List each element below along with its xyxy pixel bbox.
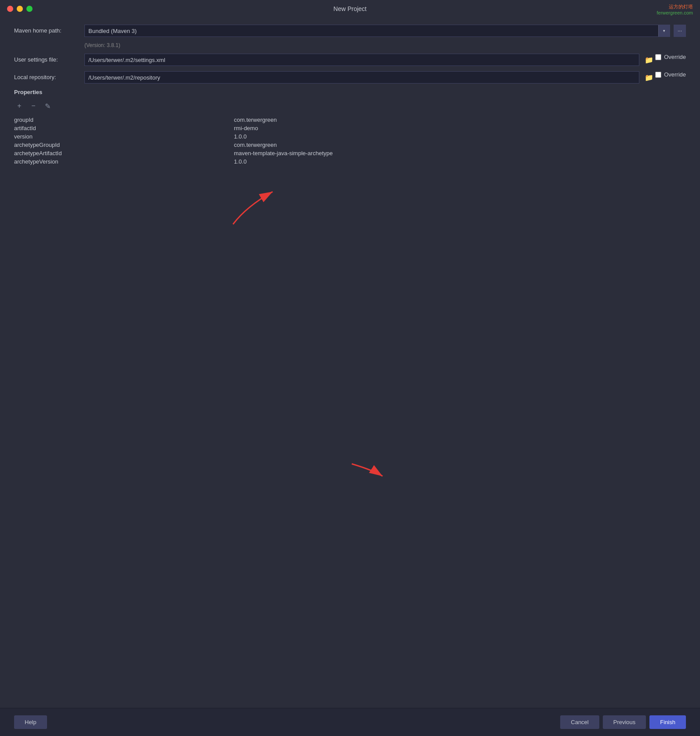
prop-key-archetype-artifactid: archetypeArtifactId [14, 150, 234, 157]
local-repo-label: Local repository: [14, 71, 84, 80]
remove-property-btn[interactable]: − [28, 101, 39, 111]
help-button[interactable]: Help [14, 715, 47, 729]
watermark-line2: ferwergreen.com [656, 10, 693, 15]
user-settings-input-container: 📁 [84, 54, 655, 66]
action-buttons: Cancel Previous Finish [560, 715, 686, 729]
local-repo-override-checkbox[interactable] [655, 72, 661, 78]
local-repo-folder-btn[interactable]: 📁 [643, 73, 655, 82]
prop-value-archetype-groupid: com.terwergreen [234, 142, 277, 148]
local-repo-override-label: Override [664, 71, 686, 78]
table-row: archetypeVersion 1.0.0 [14, 158, 686, 165]
local-repo-row: Local repository: 📁 Override [14, 71, 686, 84]
prop-value-groupid: com.terwergreen [234, 117, 277, 123]
properties-section-title: Properties [14, 89, 686, 95]
title-bar: New Project 运方的灯塔 ferwergreen.com [0, 0, 700, 18]
maven-version-text: (Version: 3.8.1) [84, 42, 686, 48]
local-repo-override: Override [655, 71, 686, 78]
table-row: artifactId rmi-demo [14, 125, 686, 131]
watermark: 运方的灯塔 ferwergreen.com [656, 4, 693, 15]
user-settings-label: User settings file: [14, 54, 84, 63]
maven-home-value: Bundled (Maven 3) [85, 26, 658, 36]
traffic-lights [7, 6, 33, 12]
cancel-button[interactable]: Cancel [560, 715, 599, 729]
close-button[interactable] [7, 6, 13, 12]
prop-key-archetype-groupid: archetypeGroupId [14, 142, 234, 148]
user-settings-input[interactable] [84, 54, 639, 66]
maven-home-label: Maven home path: [14, 25, 84, 34]
prop-value-artifactid: rmi-demo [234, 125, 258, 131]
bottom-bar: Help Cancel Previous Finish [0, 708, 700, 736]
prop-key-artifactid: artifactId [14, 125, 234, 131]
local-repo-input-container: 📁 [84, 71, 655, 84]
finish-button[interactable]: Finish [649, 715, 686, 729]
maximize-button[interactable] [26, 6, 33, 12]
window-title: New Project [333, 5, 366, 12]
watermark-line1: 运方的灯塔 [656, 4, 693, 10]
prop-key-version: version [14, 133, 234, 140]
main-content: Maven home path: Bundled (Maven 3) ▾ ···… [0, 18, 700, 174]
local-repo-input[interactable] [84, 71, 639, 84]
table-row: archetypeGroupId com.terwergreen [14, 142, 686, 148]
table-row: archetypeArtifactId maven-template-java-… [14, 150, 686, 157]
user-settings-override-label: Override [664, 54, 686, 60]
user-settings-override-checkbox[interactable] [655, 54, 661, 60]
prop-value-archetype-artifactid: maven-template-java-simple-archetype [234, 150, 333, 157]
user-settings-row: User settings file: 📁 Override [14, 54, 686, 66]
minimize-button[interactable] [17, 6, 23, 12]
prop-value-archetype-version: 1.0.0 [234, 158, 247, 165]
edit-property-btn[interactable]: ✎ [42, 101, 53, 111]
properties-table: groupId com.terwergreen artifactId rmi-d… [14, 117, 686, 165]
properties-toolbar: + − ✎ [14, 101, 686, 111]
table-row: version 1.0.0 [14, 133, 686, 140]
table-row: groupId com.terwergreen [14, 117, 686, 123]
user-settings-folder-btn[interactable]: 📁 [643, 56, 655, 64]
maven-home-row: Maven home path: Bundled (Maven 3) ▾ ··· [14, 25, 686, 37]
maven-home-input-container: Bundled (Maven 3) ▾ ··· [84, 25, 686, 37]
maven-home-dropdown-btn[interactable]: ▾ [658, 25, 670, 36]
prop-value-version: 1.0.0 [234, 133, 247, 140]
prop-key-groupid: groupId [14, 117, 234, 123]
maven-home-input-wrapper[interactable]: Bundled (Maven 3) ▾ [84, 25, 670, 37]
add-property-btn[interactable]: + [14, 101, 25, 111]
maven-home-more-btn[interactable]: ··· [674, 25, 686, 37]
previous-button[interactable]: Previous [603, 715, 646, 729]
user-settings-override: Override [655, 54, 686, 60]
prop-key-archetype-version: archetypeVersion [14, 158, 234, 165]
